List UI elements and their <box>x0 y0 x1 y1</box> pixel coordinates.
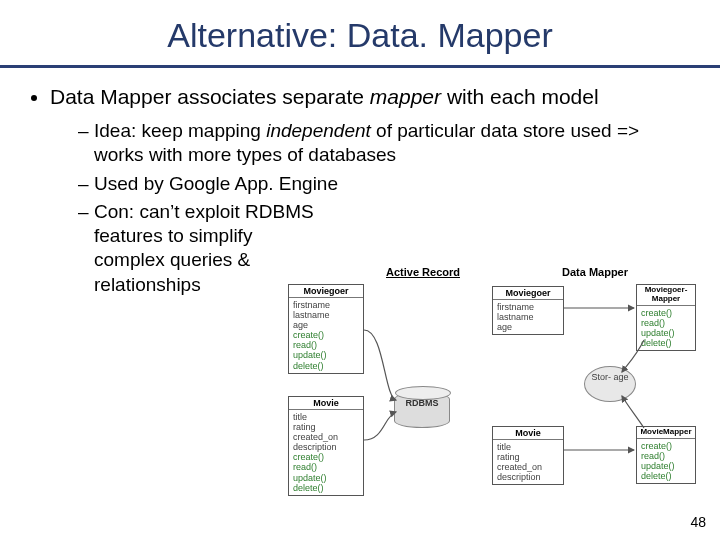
dash-idea-pre: Idea: keep mapping <box>94 120 266 141</box>
page-number: 48 <box>690 514 706 530</box>
slide: Alternative: Data. Mapper Data Mapper as… <box>0 0 720 540</box>
bullet-main-post: with each model <box>441 85 599 108</box>
arrows <box>284 268 702 508</box>
dash-appengine: Used by Google App. Engine <box>78 172 692 196</box>
bullet-main-em: mapper <box>370 85 441 108</box>
dash-idea-em: independent <box>266 120 371 141</box>
title-rule <box>0 65 720 68</box>
dash-idea: Idea: keep mapping independent of partic… <box>78 119 692 168</box>
slide-title: Alternative: Data. Mapper <box>0 0 720 65</box>
diagram: Active Record Data Mapper Moviegoer firs… <box>284 268 702 508</box>
bullet-main-pre: Data Mapper associates separate <box>50 85 370 108</box>
